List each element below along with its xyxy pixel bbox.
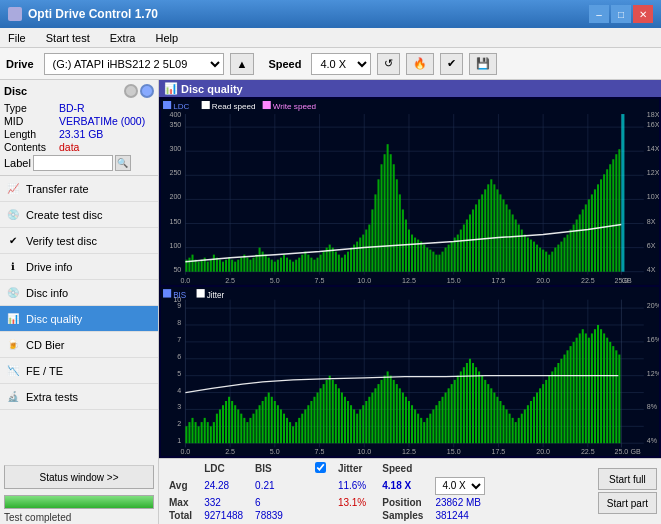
svg-rect-150 bbox=[481, 194, 483, 271]
jitter-checkbox[interactable] bbox=[315, 462, 326, 473]
sidebar-item-disc-quality[interactable]: 📊 Disc quality bbox=[0, 306, 158, 332]
save-button[interactable]: 💾 bbox=[469, 53, 497, 75]
svg-rect-356 bbox=[512, 418, 514, 443]
menu-starttest[interactable]: Start test bbox=[42, 31, 94, 45]
disc-label-input[interactable] bbox=[33, 155, 113, 171]
svg-text:GB: GB bbox=[621, 277, 632, 284]
start-full-button[interactable]: Start full bbox=[598, 468, 657, 490]
sidebar-item-verify-test-disc[interactable]: ✔ Verify test disc bbox=[0, 228, 158, 254]
svg-rect-333 bbox=[442, 397, 444, 443]
svg-text:25.0: 25.0 bbox=[614, 446, 628, 455]
svg-rect-332 bbox=[438, 401, 440, 443]
sidebar-item-transfer-rate[interactable]: 📈 Transfer rate bbox=[0, 176, 158, 202]
disc-type-row: Type BD-R bbox=[4, 102, 154, 114]
verify-test-disc-icon: ✔ bbox=[6, 234, 20, 248]
svg-rect-55 bbox=[191, 255, 193, 272]
status-text: Test completed bbox=[0, 511, 158, 524]
svg-rect-350 bbox=[493, 392, 495, 443]
maximize-button[interactable]: □ bbox=[611, 5, 631, 23]
svg-text:12.5: 12.5 bbox=[402, 277, 416, 284]
stats-col-speed-val bbox=[429, 461, 491, 476]
svg-rect-303 bbox=[350, 405, 352, 443]
chart-panel-icon: 📊 bbox=[165, 83, 177, 95]
svg-rect-308 bbox=[365, 401, 367, 443]
sidebar-item-fe-te[interactable]: 📉 FE / TE bbox=[0, 358, 158, 384]
sidebar-item-create-test-disc[interactable]: 💿 Create test disc bbox=[0, 202, 158, 228]
svg-rect-189 bbox=[600, 179, 602, 271]
sidebar-item-drive-info[interactable]: ℹ Drive info bbox=[0, 254, 158, 280]
stats-col-bis: BIS bbox=[249, 461, 289, 476]
svg-rect-299 bbox=[338, 388, 340, 443]
svg-rect-81 bbox=[271, 260, 273, 272]
svg-rect-66 bbox=[225, 260, 227, 272]
charts-container: LDC Read speed Write speed 50 100 150 20… bbox=[159, 97, 661, 458]
svg-text:6X: 6X bbox=[647, 242, 656, 249]
toolbar: Drive (G:) ATAPI iHBS212 2 5L09 ▲ Speed … bbox=[0, 48, 661, 80]
close-button[interactable]: ✕ bbox=[633, 5, 653, 23]
svg-rect-192 bbox=[609, 164, 611, 271]
disc-contents-value: data bbox=[59, 141, 79, 153]
drive-select[interactable]: (G:) ATAPI iHBS212 2 5L09 bbox=[44, 53, 224, 75]
stats-speed-dropdown[interactable]: 4.0 X bbox=[435, 477, 485, 495]
refresh-button[interactable]: ↺ bbox=[377, 53, 400, 75]
lower-chart: BIS Jitter 1 2 3 4 5 6 7 8 9 10 4% bbox=[161, 287, 659, 456]
lower-chart-svg: BIS Jitter 1 2 3 4 5 6 7 8 9 10 4% bbox=[161, 287, 659, 456]
sidebar-item-cd-bier[interactable]: 🍺 CD Bier bbox=[0, 332, 158, 358]
drive-info-icon: ℹ bbox=[6, 260, 20, 274]
burn-button[interactable]: 🔥 bbox=[406, 53, 434, 75]
sidebar-item-extra-tests[interactable]: 🔬 Extra tests bbox=[0, 384, 158, 410]
svg-rect-144 bbox=[463, 225, 465, 272]
status-window-button[interactable]: Status window >> bbox=[4, 465, 154, 489]
svg-rect-276 bbox=[268, 392, 270, 443]
svg-rect-365 bbox=[539, 388, 541, 443]
svg-rect-182 bbox=[579, 214, 581, 271]
minimize-button[interactable]: – bbox=[589, 5, 609, 23]
sidebar-item-disc-info[interactable]: 💿 Disc info bbox=[0, 280, 158, 306]
stats-bar: LDC BIS Jitter Speed Avg 24.28 0.21 bbox=[159, 458, 661, 524]
menu-file[interactable]: File bbox=[4, 31, 30, 45]
disc-length-label: Length bbox=[4, 128, 59, 140]
svg-rect-114 bbox=[371, 209, 373, 271]
menu-extra[interactable]: Extra bbox=[106, 31, 140, 45]
nav-label-cd-bier: CD Bier bbox=[26, 339, 65, 351]
svg-rect-355 bbox=[509, 413, 511, 443]
eject-button[interactable]: ▲ bbox=[230, 53, 255, 75]
menu-help[interactable]: Help bbox=[151, 31, 182, 45]
nav-items: 📈 Transfer rate 💿 Create test disc ✔ Ver… bbox=[0, 176, 158, 461]
svg-rect-136 bbox=[438, 255, 440, 272]
disc-label-button[interactable]: 🔍 bbox=[115, 155, 131, 171]
svg-rect-388 bbox=[609, 342, 611, 443]
svg-rect-141 bbox=[454, 238, 456, 272]
svg-rect-280 bbox=[280, 409, 282, 443]
svg-rect-315 bbox=[387, 371, 389, 443]
svg-text:15.0: 15.0 bbox=[447, 446, 461, 455]
svg-rect-256 bbox=[207, 422, 209, 443]
svg-rect-65 bbox=[222, 262, 224, 272]
disc-panel: Disc Type BD-R MID VERBATIMe (000) Lengt… bbox=[0, 80, 158, 176]
svg-rect-364 bbox=[536, 392, 538, 443]
speed-select[interactable]: 4.0 X bbox=[311, 53, 371, 75]
svg-rect-305 bbox=[356, 413, 358, 443]
svg-rect-270 bbox=[249, 418, 251, 443]
svg-rect-123 bbox=[399, 194, 401, 271]
stats-col-spacer bbox=[289, 461, 309, 476]
svg-rect-261 bbox=[222, 405, 224, 443]
svg-rect-139 bbox=[448, 245, 450, 272]
svg-rect-121 bbox=[393, 164, 395, 271]
svg-rect-119 bbox=[387, 144, 389, 272]
svg-rect-153 bbox=[490, 179, 492, 271]
verify-button[interactable]: ✔ bbox=[440, 53, 463, 75]
svg-text:1: 1 bbox=[177, 436, 181, 445]
start-part-button[interactable]: Start part bbox=[598, 492, 657, 514]
svg-rect-62 bbox=[213, 255, 215, 272]
svg-rect-252 bbox=[195, 422, 197, 443]
svg-rect-328 bbox=[426, 418, 428, 443]
svg-rect-106 bbox=[347, 252, 349, 272]
nav-label-disc-quality: Disc quality bbox=[26, 313, 82, 325]
svg-rect-288 bbox=[304, 409, 306, 443]
svg-rect-76 bbox=[256, 255, 258, 272]
svg-rect-264 bbox=[231, 401, 233, 443]
svg-text:4: 4 bbox=[177, 385, 181, 394]
svg-text:16%: 16% bbox=[647, 335, 659, 344]
svg-text:GB: GB bbox=[631, 446, 641, 455]
